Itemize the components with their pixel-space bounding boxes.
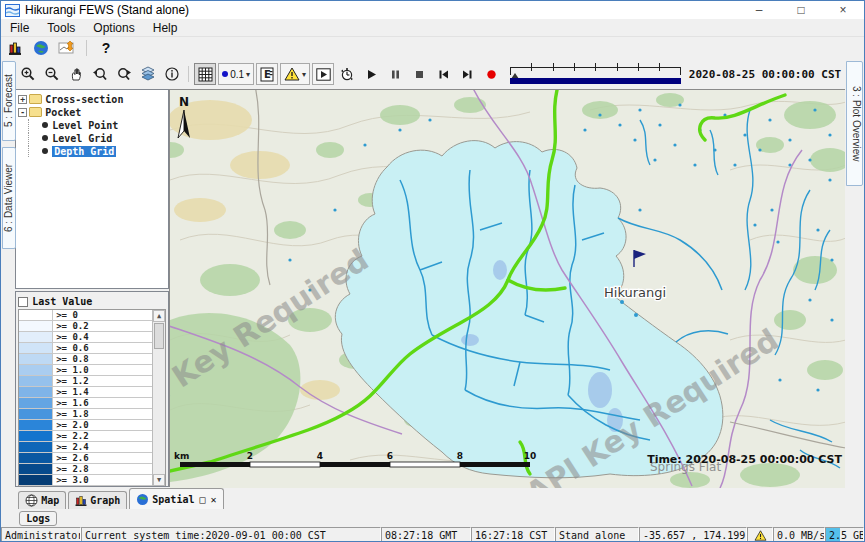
- tab-maximize-icon[interactable]: □: [199, 494, 205, 505]
- timer-settings-button[interactable]: [336, 63, 358, 85]
- info-button[interactable]: [161, 63, 183, 85]
- stop-icon: [413, 68, 426, 81]
- minimize-button[interactable]: –: [738, 1, 780, 19]
- skip-to-end-button[interactable]: [456, 63, 478, 85]
- grid-display-button[interactable]: [194, 63, 216, 85]
- tab-plot-overview[interactable]: 3 : Plot Overview: [846, 61, 863, 186]
- status-download-rate: 0.0 MB/s: [773, 527, 825, 542]
- legend-row: >= 2.2: [19, 431, 152, 442]
- legend-swatch: [19, 387, 53, 397]
- pause-button[interactable]: [384, 63, 406, 85]
- zoom-next-button[interactable]: [113, 63, 135, 85]
- tab-close-icon[interactable]: ✕: [211, 494, 217, 505]
- warnings-dropdown[interactable]: ▾: [280, 63, 310, 85]
- close-button[interactable]: ×: [822, 1, 864, 19]
- zoom-previous-icon: [92, 66, 108, 82]
- layers-icon: [140, 66, 156, 82]
- collapse-icon[interactable]: -: [18, 108, 27, 117]
- scroll-down-icon[interactable]: ▼: [153, 474, 165, 486]
- legend-swatch: [19, 409, 53, 419]
- pan-hand-icon: [68, 66, 84, 82]
- help-icon: ?: [102, 40, 111, 56]
- legend-row: >= 2.6: [19, 453, 152, 464]
- animation-button[interactable]: [312, 63, 334, 85]
- legend-row: >= 1.8: [19, 409, 152, 420]
- scroll-thumb[interactable]: [154, 323, 164, 349]
- tree-node-level-point[interactable]: Level Point: [18, 119, 168, 131]
- legend-row: >= 2.0: [19, 420, 152, 431]
- skip-to-start-button[interactable]: [432, 63, 454, 85]
- legend-swatch: [19, 332, 53, 342]
- menu-help[interactable]: Help: [144, 19, 187, 36]
- database-display-icon[interactable]: [5, 39, 25, 57]
- layers-button[interactable]: [137, 63, 159, 85]
- menu-options[interactable]: Options: [84, 19, 143, 36]
- tab-map[interactable]: Map: [18, 491, 66, 509]
- svg-text:6: 6: [387, 451, 393, 461]
- svg-text:2: 2: [247, 451, 253, 461]
- main-toolbar: ?: [1, 37, 864, 59]
- logs-button[interactable]: Logs: [19, 511, 57, 526]
- menu-file[interactable]: File: [1, 19, 38, 36]
- toolbar-separator: [188, 66, 189, 82]
- legend-row: >= 2.4: [19, 442, 152, 453]
- legend-list: >= 0 >= 0.2 >= 0.4 >= 0.6 >= 0.8 >= 1.0 …: [18, 309, 166, 487]
- zoom-out-button[interactable]: [41, 63, 63, 85]
- help-button[interactable]: ?: [96, 39, 116, 57]
- svg-text:4: 4: [317, 451, 323, 461]
- legend-row: >= 1.2: [19, 376, 152, 387]
- folder-icon: [29, 107, 42, 117]
- skip-end-icon: [461, 68, 474, 81]
- spatial-toolbar: 0.1 ▾ E ▾: [15, 59, 845, 89]
- svg-text:8: 8: [457, 451, 463, 461]
- tab-data-viewer[interactable]: 6 : Data Viewer: [2, 147, 16, 249]
- tree-node-pocket[interactable]: - Pocket: [18, 106, 168, 118]
- tree-node-depth-grid[interactable]: Depth Grid: [18, 145, 168, 157]
- map-canvas[interactable]: API Key Required API Key Required Hikura…: [170, 90, 846, 488]
- status-gmt-time: 08:27:18 GMT: [381, 527, 471, 542]
- tree-node-cross-section[interactable]: + Cross-section: [18, 93, 168, 105]
- map-display-icon[interactable]: [31, 39, 51, 57]
- status-coordinates: -35.657 , 174.199: [639, 527, 747, 542]
- legend-swatch: [19, 431, 53, 441]
- labels-toggle-button[interactable]: E: [256, 63, 278, 85]
- expand-icon[interactable]: +: [18, 95, 27, 104]
- map-view[interactable]: API Key Required API Key Required Hikura…: [169, 89, 845, 487]
- pan-button[interactable]: [65, 63, 87, 85]
- legend-scrollbar[interactable]: ▲ ▼: [152, 310, 165, 486]
- scroll-up-icon[interactable]: ▲: [153, 310, 165, 322]
- record-button[interactable]: [480, 63, 502, 85]
- menu-tools[interactable]: Tools: [38, 19, 84, 36]
- tab-graph-label: Graph: [90, 495, 120, 506]
- tab-forecast[interactable]: 5 : Forecast: [2, 61, 16, 141]
- play-button[interactable]: [360, 63, 382, 85]
- legend-swatch: [19, 453, 53, 463]
- maximize-button[interactable]: □: [780, 1, 822, 19]
- zoom-previous-button[interactable]: [89, 63, 111, 85]
- status-warning-cell[interactable]: [747, 527, 773, 542]
- tree-node-level-grid[interactable]: Level Grid: [18, 132, 168, 144]
- bullet-icon: [42, 135, 48, 141]
- warning-icon: [284, 67, 300, 81]
- time-slider[interactable]: [510, 63, 681, 85]
- window-title: Hikurangi FEWS (Stand alone): [25, 3, 189, 17]
- wireframe-globe-icon: [25, 494, 38, 507]
- legend-swatch: [19, 365, 53, 375]
- town-label: Hikurangi: [604, 285, 666, 300]
- zoom-in-button[interactable]: [17, 63, 39, 85]
- contour-interval-dropdown[interactable]: 0.1 ▾: [218, 63, 254, 85]
- legend-row: >= 0.2: [19, 321, 152, 332]
- longitudinal-profile-icon[interactable]: [57, 39, 77, 57]
- legend-row: >= 1.6: [19, 398, 152, 409]
- legend-row: >= 1.0: [19, 365, 152, 376]
- folder-icon: [29, 94, 42, 104]
- layers-tree: + Cross-section - Pocket Level Point: [15, 89, 169, 289]
- stop-button[interactable]: [408, 63, 430, 85]
- svg-text:km: km: [174, 451, 189, 461]
- tab-graph[interactable]: Graph: [68, 491, 127, 509]
- zoom-in-icon: [20, 66, 36, 82]
- last-value-checkbox[interactable]: [18, 297, 28, 307]
- status-bar: Administrator Current system time:2020-0…: [1, 527, 864, 542]
- tab-spatial[interactable]: Spatial □ ✕: [129, 488, 223, 509]
- info-icon: [164, 66, 180, 82]
